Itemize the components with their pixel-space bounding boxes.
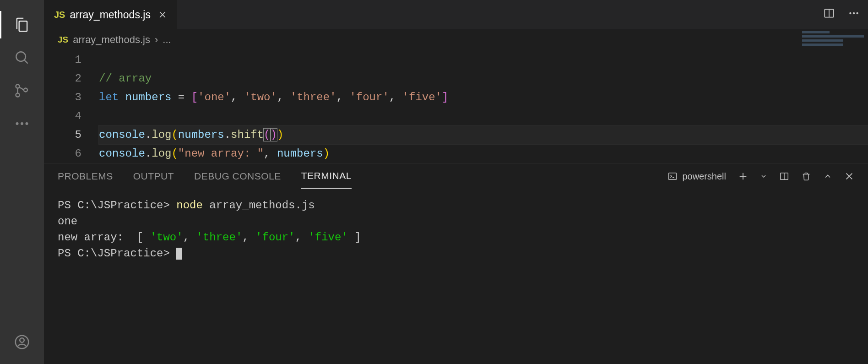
- breadcrumb[interactable]: JS array_methods.js › ...: [44, 29, 868, 48]
- split-terminal-icon[interactable]: [779, 171, 789, 181]
- code-editor[interactable]: 1 2 3 4 5 6 // array let numbers = ['one…: [44, 48, 868, 163]
- js-badge-icon: JS: [58, 35, 68, 45]
- source-control-icon[interactable]: [0, 74, 44, 107]
- tab-terminal[interactable]: TERMINAL: [301, 170, 352, 189]
- svg-rect-17: [669, 173, 677, 180]
- chevron-right-icon: ›: [155, 34, 158, 46]
- line-number: 3: [44, 88, 81, 107]
- svg-point-6: [21, 122, 23, 125]
- terminal-icon: [667, 171, 678, 181]
- editor-tab[interactable]: JS array_methods.js: [44, 0, 178, 29]
- svg-point-16: [856, 12, 858, 14]
- bottom-panel: PROBLEMS OUTPUT DEBUG CONSOLE TERMINAL p…: [44, 163, 868, 364]
- svg-point-7: [26, 122, 28, 125]
- line-number: 1: [44, 50, 81, 69]
- code-line[interactable]: [99, 50, 868, 69]
- code-line[interactable]: let numbers = ['one', 'two', 'three', 'f…: [99, 88, 868, 107]
- tab-filename: array_methods.js: [70, 9, 150, 21]
- more-icon[interactable]: [0, 107, 44, 140]
- more-actions-icon[interactable]: [848, 7, 860, 19]
- maximize-panel-icon[interactable]: [823, 172, 832, 181]
- code-line[interactable]: console.log("new array: ", numbers): [99, 144, 868, 163]
- code-line[interactable]: console.log(numbers.shift()): [99, 125, 868, 144]
- shell-name: powershell: [682, 171, 726, 182]
- minimap[interactable]: [799, 29, 868, 57]
- breadcrumb-filename: array_methods.js: [73, 34, 150, 46]
- explorer-icon[interactable]: [0, 8, 44, 41]
- svg-point-9: [20, 338, 24, 342]
- panel-tabs: PROBLEMS OUTPUT DEBUG CONSOLE TERMINAL p…: [44, 163, 868, 189]
- code-line[interactable]: [99, 107, 868, 125]
- breadcrumb-rest: ...: [163, 34, 171, 46]
- svg-point-2: [16, 85, 20, 88]
- activity-bar: [0, 0, 44, 364]
- line-number: 4: [44, 107, 81, 125]
- svg-point-0: [16, 52, 26, 61]
- accounts-icon[interactable]: [0, 326, 44, 359]
- svg-line-1: [25, 60, 28, 64]
- close-panel-icon[interactable]: [844, 171, 854, 181]
- terminal-shell-selector[interactable]: powershell: [667, 171, 726, 182]
- panel-actions: powershell: [667, 171, 854, 182]
- svg-point-4: [24, 88, 27, 92]
- line-gutter: 1 2 3 4 5 6: [44, 50, 99, 163]
- tab-debug-console[interactable]: DEBUG CONSOLE: [194, 171, 281, 182]
- tab-bar: JS array_methods.js: [44, 0, 868, 29]
- close-tab-icon[interactable]: [158, 10, 167, 19]
- tab-problems[interactable]: PROBLEMS: [58, 171, 113, 182]
- code-line[interactable]: // array: [99, 69, 868, 88]
- svg-point-15: [853, 12, 855, 14]
- terminal-dropdown-icon[interactable]: [760, 173, 767, 180]
- svg-point-14: [849, 12, 851, 14]
- line-number: 2: [44, 69, 81, 88]
- line-number: 5: [44, 125, 81, 144]
- editor-top-actions: [823, 7, 860, 19]
- svg-point-5: [16, 122, 19, 125]
- line-number: 6: [44, 144, 81, 163]
- terminal-body[interactable]: PS C:\JSPractice> node array_methods.js …: [44, 189, 868, 364]
- split-editor-icon[interactable]: [823, 7, 835, 19]
- search-icon[interactable]: [0, 41, 44, 74]
- main-area: JS array_methods.js JS array_methods.js …: [44, 0, 868, 364]
- new-terminal-icon[interactable]: [738, 171, 748, 181]
- tab-output[interactable]: OUTPUT: [133, 171, 174, 182]
- code-lines: // array let numbers = ['one', 'two', 't…: [99, 50, 868, 163]
- kill-terminal-icon[interactable]: [801, 171, 811, 181]
- svg-point-3: [16, 93, 20, 97]
- terminal-cursor: [176, 248, 182, 260]
- js-badge-icon: JS: [54, 10, 65, 20]
